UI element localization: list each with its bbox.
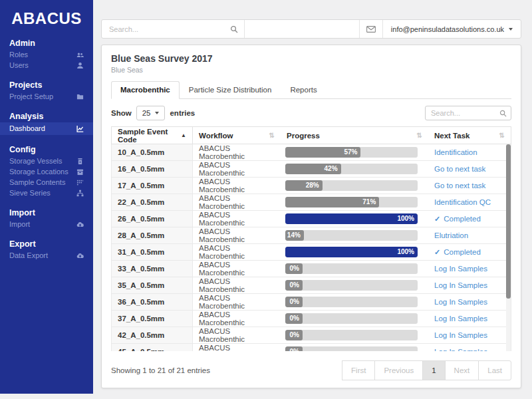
next-task-link[interactable]: Identification QC [434, 198, 491, 206]
workflow-cell: ABACUS Macrobenthic [193, 261, 281, 277]
sample-grid-icon [76, 179, 84, 186]
sidebar-item-sieve-series[interactable]: Sieve Series [0, 188, 93, 198]
next-task-link[interactable]: Log In Samples [434, 281, 487, 289]
page-button-first[interactable]: First [342, 360, 375, 380]
sidebar-section: Config Storage Vessels Storage Locations [0, 144, 93, 198]
table-scrollbar [506, 144, 511, 351]
progress-bar: 14% [285, 230, 418, 241]
sidebar-item-label: Sieve Series [9, 189, 51, 198]
check-icon: ✓ [434, 248, 440, 257]
page-button-next[interactable]: Next [445, 360, 479, 380]
cloud-upload-icon [76, 221, 84, 228]
next-task-cell: Log In Samples [428, 261, 511, 277]
sidebar-item-dashboard[interactable]: Dashboard [0, 122, 93, 135]
show-label: Show [111, 109, 132, 117]
topbar-spacer [245, 20, 359, 38]
next-task-link[interactable]: Go to next task [434, 165, 485, 173]
account-dropdown[interactable]: info@peninsuladatasolutions.co.uk [382, 20, 521, 38]
sample-event-code-cell: 28_A_0.5mm [112, 227, 193, 243]
sidebar-item-sample-contents[interactable]: Sample Contents [0, 177, 93, 188]
next-task-cell: Identification QC [428, 194, 511, 210]
next-task-link[interactable]: Identification [434, 148, 477, 156]
global-search-input[interactable] [108, 25, 230, 34]
sidebar-item-users[interactable]: Users [0, 60, 93, 70]
mail-button[interactable] [359, 20, 382, 38]
sample-event-code-cell: 36_A_0.5mm [112, 294, 193, 310]
page-length-control: Show 25 entries [111, 106, 195, 120]
next-task-link[interactable]: Log In Samples [434, 298, 487, 306]
column-header-workflow[interactable]: Workflow ⇅ [193, 127, 281, 144]
tab-reports[interactable]: Reports [281, 81, 326, 99]
sample-event-code-cell: 10_A_0.5mm [112, 144, 193, 160]
table-row: 26_A_0.5mm ABACUS Macrobenthic 100% ✓ Co… [112, 211, 511, 227]
sidebar-item-data-export[interactable]: Data Export [0, 250, 93, 261]
workflow-cell: ABACUS Macrobenthic [193, 344, 281, 351]
progress-fill: 100% [285, 247, 418, 257]
next-task-link[interactable]: Go to next task [434, 182, 485, 190]
caret-down-icon [155, 112, 159, 114]
sidebar-item-label: Import [9, 220, 30, 229]
progress-cell: 0% [281, 294, 428, 310]
sample-event-code-cell: 22_A_0.5mm [112, 194, 193, 210]
check-icon: ✓ [434, 215, 440, 223]
table-row: 10_A_0.5mm ABACUS Macrobenthic 57% Ident… [112, 144, 511, 161]
progress-bar: 100% [285, 247, 418, 257]
sidebar-section: Analysis Dashboard [0, 110, 93, 135]
page-button-previous[interactable]: Previous [374, 360, 423, 380]
search-icon[interactable] [230, 25, 238, 33]
sidebar-item-storage-vessels[interactable]: Storage Vessels [0, 156, 93, 166]
table-row: 17_A_0.5mm ABACUS Macrobenthic 28% Go to… [112, 178, 511, 194]
sidebar-item-label: Data Export [9, 251, 48, 260]
next-task-link[interactable]: Log In Samples [434, 331, 487, 339]
sidebar-item-import[interactable]: Import [0, 219, 93, 229]
workflow-cell: ABACUS Macrobenthic [193, 277, 281, 293]
next-task-cell: Log In Samples [428, 327, 511, 343]
next-task-link[interactable]: Log In Samples [434, 265, 487, 273]
page-button-last[interactable]: Last [478, 360, 511, 380]
line-chart-icon [76, 125, 84, 132]
progress-bar: 57% [285, 147, 418, 158]
table-search-input[interactable] [425, 106, 511, 120]
sidebar-item-roles[interactable]: Roles [0, 49, 93, 60]
scrollbar-thumb[interactable] [506, 144, 511, 299]
table-header-row: Sample Event Code ▲ Workflow ⇅ Progress … [111, 126, 511, 144]
tab-particle-size-distribution[interactable]: Particle Size Distribution [180, 81, 281, 99]
next-task-link[interactable]: Completed [444, 215, 481, 223]
sidebar-item-label: Dashboard [9, 124, 45, 133]
sample-event-code-cell: 26_A_0.5mm [112, 211, 193, 227]
progress-fill: 0% [285, 263, 303, 274]
next-task-link[interactable]: Elutriation [434, 231, 468, 239]
sitemap-icon [76, 190, 84, 197]
column-header-next-task[interactable]: Next Task ⇅ [428, 127, 511, 144]
pagination: First Previous 1 Next Last [342, 360, 511, 380]
entries-label: entries [170, 109, 195, 117]
next-task-cell: Log In Samples [428, 311, 511, 327]
sidebar-section-title: Analysis [0, 110, 93, 122]
column-header-sample-event-code[interactable]: Sample Event Code ▲ [112, 127, 193, 144]
sidebar-item-storage-locations[interactable]: Storage Locations [0, 166, 93, 177]
progress-cell: 28% [281, 178, 428, 194]
sidebar-item-project-setup[interactable]: Project Setup [0, 91, 93, 102]
sample-event-code-cell: 16_A_0.5mm [112, 161, 193, 177]
next-task-cell: Log In Samples [428, 344, 511, 351]
global-search [102, 20, 245, 38]
page-button-1[interactable]: 1 [422, 360, 445, 380]
sidebar-item-label: Roles [9, 51, 28, 59]
progress-bar: 100% [285, 213, 418, 224]
table-controls: Show 25 entries [111, 106, 511, 120]
next-task-cell: Log In Samples [428, 294, 511, 310]
table-footer: Showing 1 to 21 of 21 entries First Prev… [111, 360, 511, 380]
tab-macrobenthic[interactable]: Macrobenthic [111, 81, 180, 99]
next-task-link[interactable]: Log In Samples [434, 315, 487, 323]
page-length-select[interactable]: 25 [136, 106, 166, 120]
next-task-link[interactable]: Log In Samples [434, 348, 487, 351]
progress-fill: 42% [285, 164, 341, 174]
next-task-link[interactable]: Completed [444, 248, 481, 256]
sidebar-item-label: Storage Vessels [9, 157, 63, 166]
progress-bar: 0% [285, 280, 418, 291]
workflow-cell: ABACUS Macrobenthic [193, 211, 281, 227]
next-task-cell: Identification [428, 144, 511, 160]
column-header-label: Sample Event Code [118, 128, 178, 144]
column-header-progress[interactable]: Progress ⇅ [281, 127, 428, 144]
sidebar-item-label: Project Setup [9, 92, 53, 101]
